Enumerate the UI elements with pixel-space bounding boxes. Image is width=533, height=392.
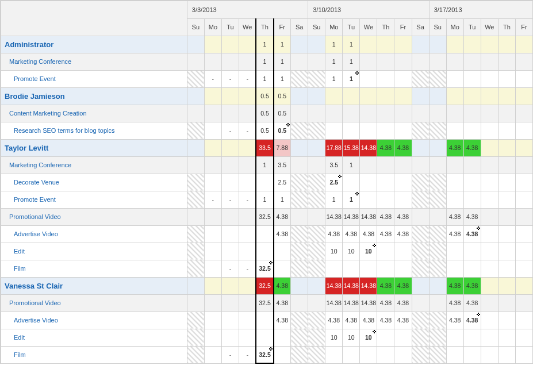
grid-cell[interactable]: 4.38 [343,312,360,329]
grid-cell[interactable]: 4.38 [463,277,481,294]
summary-label[interactable]: Promotional Video [1,208,187,225]
assignment-label[interactable]: Promote Event [1,70,187,87]
grid-cell[interactable]: 32.5 [256,277,273,294]
grid-cell[interactable]: - [239,191,256,208]
grid-cell[interactable]: 1 [274,70,291,87]
grid-cell[interactable]: 15.38 [343,139,360,156]
grid-cell[interactable]: 1 [256,70,273,87]
grid-cell[interactable]: 4.38 [377,312,394,329]
grid-cell[interactable]: 1 [343,156,360,174]
assignment-label[interactable]: Advertise Video [1,225,187,243]
summary-label[interactable]: Marketing Conference [1,156,187,174]
grid-cell[interactable]: 7.88 [274,139,291,156]
grid-cell[interactable]: 4.38 [274,312,291,329]
grid-cell[interactable]: 0.5 [274,87,291,105]
grid-cell[interactable]: - [239,70,256,87]
grid-cell[interactable]: - [221,122,239,139]
grid-cell[interactable]: 4.38 [360,225,377,243]
grid-cell[interactable]: 10 [360,243,377,260]
grid-cell[interactable]: 33.5 [256,139,273,156]
grid-cell[interactable]: 1 [256,191,273,208]
grid-cell[interactable]: 10 [325,243,343,260]
grid-cell[interactable]: 17.88 [325,139,343,156]
grid-cell[interactable]: 32.5 [256,346,273,363]
grid-cell[interactable]: 14.38 [343,277,360,294]
grid-cell[interactable]: 4.38 [377,208,394,225]
grid-cell[interactable]: 4.38 [343,225,360,243]
grid-cell[interactable]: 4.38 [446,277,463,294]
grid-cell[interactable]: 1 [343,191,360,208]
grid-cell[interactable]: - [239,260,256,277]
assignment-label[interactable]: Film [1,260,187,277]
resource-label[interactable]: Taylor Levitt [1,139,187,156]
grid-cell[interactable]: - [221,346,239,363]
grid-cell[interactable]: - [221,191,239,208]
grid-cell[interactable]: 4.38 [463,312,481,329]
grid-cell[interactable]: 14.38 [325,294,343,312]
grid-cell[interactable]: 4.38 [394,208,412,225]
grid-cell[interactable]: 4.38 [394,312,412,329]
grid-cell[interactable]: 4.38 [377,139,394,156]
grid-cell[interactable]: 2.5 [274,174,291,191]
grid-cell[interactable]: 0.5 [274,105,291,122]
grid-cell[interactable]: 14.38 [360,277,377,294]
grid-cell[interactable]: 32.5 [256,208,273,225]
grid-cell[interactable]: 4.38 [394,294,412,312]
grid-cell[interactable]: 3.5 [274,156,291,174]
grid-cell[interactable]: 4.38 [463,225,481,243]
grid-cell[interactable]: 0.5 [274,122,291,139]
grid-cell[interactable]: 14.38 [325,277,343,294]
grid-cell[interactable]: 14.38 [325,208,343,225]
assignment-label[interactable]: Edit [1,329,187,346]
grid-cell[interactable]: 4.38 [394,139,412,156]
grid-cell[interactable]: 4.38 [325,225,343,243]
grid-cell[interactable]: - [239,122,256,139]
grid-cell[interactable]: 32.5 [256,260,273,277]
grid-cell[interactable]: 1 [274,36,291,53]
grid-cell[interactable]: 1 [256,156,273,174]
summary-label[interactable]: Content Marketing Creation [1,105,187,122]
grid-cell[interactable]: 1 [256,36,273,53]
grid-cell[interactable]: 4.38 [446,225,463,243]
grid-cell[interactable]: - [221,260,239,277]
assignment-label[interactable]: Edit [1,243,187,260]
grid-cell[interactable]: 1 [325,36,343,53]
grid-cell[interactable]: - [239,346,256,363]
grid-cell[interactable]: 1 [325,191,343,208]
assignment-label[interactable]: Advertise Video [1,312,187,329]
grid-cell[interactable]: 1 [274,191,291,208]
assignment-label[interactable]: Promote Event [1,191,187,208]
grid-cell[interactable]: 0.5 [256,105,273,122]
grid-cell[interactable]: 1 [343,36,360,53]
summary-label[interactable]: Marketing Conference [1,53,187,70]
grid-cell[interactable]: 32.5 [256,294,273,312]
grid-cell[interactable]: 1 [256,53,273,70]
grid-cell[interactable]: - [204,70,221,87]
grid-cell[interactable]: 4.38 [463,294,481,312]
grid-cell[interactable]: 1 [343,53,360,70]
grid-cell[interactable]: 1 [325,70,343,87]
grid-cell[interactable]: 4.38 [274,294,291,312]
grid-cell[interactable]: 10 [325,329,343,346]
grid-cell[interactable]: 0.5 [256,122,273,139]
grid-cell[interactable]: 4.38 [325,312,343,329]
grid-cell[interactable]: 4.38 [377,225,394,243]
grid-cell[interactable]: 4.38 [394,277,412,294]
grid-cell[interactable]: 14.38 [343,208,360,225]
grid-cell[interactable]: 4.38 [446,139,463,156]
resource-label[interactable]: Brodie Jamieson [1,87,187,105]
assignment-label[interactable]: Research SEO terms for blog topics [1,122,187,139]
grid-cell[interactable]: - [221,70,239,87]
grid-cell[interactable]: 14.38 [343,294,360,312]
grid-cell[interactable]: 4.38 [274,225,291,243]
grid-cell[interactable]: 1 [325,53,343,70]
grid-cell[interactable]: 1 [343,70,360,87]
grid-cell[interactable]: 3.5 [325,156,343,174]
grid-cell[interactable]: 10 [343,243,360,260]
assignment-label[interactable]: Film [1,346,187,363]
grid-cell[interactable]: 14.38 [360,208,377,225]
grid-cell[interactable]: - [204,191,221,208]
grid-cell[interactable]: 4.38 [274,208,291,225]
grid-cell[interactable]: 1 [274,53,291,70]
resource-label[interactable]: Administrator [1,36,187,53]
